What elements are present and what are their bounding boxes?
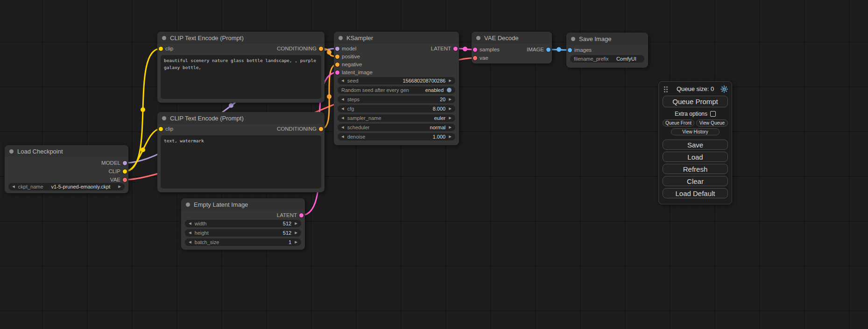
- link-midpoint-dot: [141, 147, 145, 152]
- output-slot-latent[interactable]: LATENT: [181, 212, 305, 218]
- widget-width[interactable]: ◀ width 512 ▶: [185, 220, 301, 227]
- node-title-bar[interactable]: CLIP Text Encode (Prompt): [157, 112, 325, 124]
- widget-sampler-name[interactable]: ◀ sampler_name euler ▶: [338, 114, 455, 122]
- node-collapse-dot[interactable]: [162, 36, 166, 40]
- output-slot-image[interactable]: IMAGE: [472, 46, 552, 53]
- node-ksampler[interactable]: KSampler model LATENT positive negative …: [334, 32, 459, 145]
- node-collapse-dot[interactable]: [9, 149, 14, 154]
- increment-arrow-icon[interactable]: ▶: [118, 183, 121, 190]
- decrement-arrow-icon[interactable]: ◀: [341, 124, 344, 131]
- input-slot-vae[interactable]: vae: [472, 55, 552, 61]
- node-title-bar[interactable]: Save Image: [566, 33, 648, 45]
- seed-toggle-dot[interactable]: [447, 88, 452, 92]
- widget-height[interactable]: ◀ height 512 ▶: [185, 229, 301, 237]
- output-slot-latent[interactable]: LATENT: [334, 45, 459, 52]
- input-slot-negative[interactable]: negative: [334, 61, 459, 68]
- input-slot-latent-image[interactable]: latent_image: [334, 69, 459, 76]
- node-collapse-dot[interactable]: [186, 203, 190, 207]
- node-load-checkpoint[interactable]: Load Checkpoint MODEL CLIP VAE ◀ ckpt_na…: [5, 145, 128, 193]
- increment-arrow-icon[interactable]: ▶: [449, 124, 452, 131]
- decrement-arrow-icon[interactable]: ◀: [341, 96, 344, 103]
- increment-arrow-icon[interactable]: ▶: [449, 114, 452, 122]
- increment-arrow-icon[interactable]: ▶: [295, 229, 297, 237]
- node-collapse-dot[interactable]: [162, 116, 166, 120]
- decrement-arrow-icon[interactable]: ◀: [341, 105, 344, 112]
- view-history-button[interactable]: View History: [671, 128, 720, 135]
- widget-seed[interactable]: ◀ seed 156680208700286 ▶: [338, 77, 455, 84]
- output-slot-model[interactable]: MODEL: [5, 160, 128, 166]
- clear-button[interactable]: Clear: [663, 176, 728, 186]
- decrement-arrow-icon[interactable]: ◀: [189, 229, 191, 237]
- node-title-bar[interactable]: Load Checkpoint: [5, 145, 128, 157]
- output-slot-conditioning[interactable]: CONDITIONING: [157, 45, 325, 52]
- increment-arrow-icon[interactable]: ▶: [449, 133, 452, 140]
- node-save-image[interactable]: Save Image images filename_prefix ComfyU…: [566, 33, 648, 68]
- input-slot-positive[interactable]: positive: [334, 53, 459, 60]
- clip-output-dot[interactable]: [123, 169, 127, 174]
- widget-label: seed: [347, 78, 359, 84]
- widget-label: steps: [347, 97, 360, 102]
- increment-arrow-icon[interactable]: ▶: [449, 96, 452, 103]
- latent-output-dot[interactable]: [453, 47, 458, 51]
- widget-ckpt-name[interactable]: ◀ ckpt_name v1-5-pruned-emaonly.ckpt ▶: [8, 183, 125, 190]
- load-default-button[interactable]: Load Default: [663, 188, 728, 198]
- widget-denoise[interactable]: ◀ denoise 1.000 ▶: [338, 133, 455, 140]
- load-button[interactable]: Load: [663, 152, 728, 162]
- node-title-bar[interactable]: KSampler: [334, 32, 459, 44]
- latent-output-dot[interactable]: [299, 213, 303, 217]
- negative-prompt-textarea[interactable]: text, watermark: [161, 135, 321, 189]
- increment-arrow-icon[interactable]: ▶: [295, 220, 297, 227]
- node-clip-text-encode-negative[interactable]: CLIP Text Encode (Prompt) clip CONDITION…: [157, 112, 325, 192]
- conditioning-output-dot[interactable]: [319, 127, 323, 131]
- image-output-dot[interactable]: [546, 48, 550, 52]
- widget-batch-size[interactable]: ◀ batch_size 1 ▶: [185, 238, 301, 246]
- refresh-button[interactable]: Refresh: [663, 164, 728, 174]
- node-title-bar[interactable]: Empty Latent Image: [181, 198, 305, 210]
- widget-random-seed[interactable]: Random seed after every gen enabled: [338, 86, 455, 94]
- decrement-arrow-icon[interactable]: ◀: [189, 238, 191, 246]
- node-title-bar[interactable]: VAE Decode: [472, 32, 552, 44]
- positive-input-dot[interactable]: [335, 55, 339, 59]
- widget-scheduler[interactable]: ◀ scheduler normal ▶: [338, 124, 455, 131]
- output-slot-clip[interactable]: CLIP: [5, 168, 128, 175]
- queue-prompt-button[interactable]: Queue Prompt: [663, 96, 728, 107]
- workflow-actions-group: Save Load Refresh Clear Load Default: [663, 140, 728, 198]
- conditioning-output-dot[interactable]: [319, 47, 323, 51]
- output-label: IMAGE: [527, 47, 544, 52]
- decrement-arrow-icon[interactable]: ◀: [12, 183, 15, 190]
- widget-label: cfg: [347, 106, 354, 112]
- increment-arrow-icon[interactable]: ▶: [295, 238, 297, 246]
- input-slot-images[interactable]: images: [566, 47, 648, 53]
- queue-front-button[interactable]: Queue Front: [663, 119, 694, 126]
- widget-steps[interactable]: ◀ steps 20 ▶: [338, 96, 455, 103]
- node-clip-text-encode-positive[interactable]: CLIP Text Encode (Prompt) clip CONDITION…: [157, 32, 325, 103]
- drag-handle-icon[interactable]: [664, 86, 665, 88]
- decrement-arrow-icon[interactable]: ◀: [341, 114, 344, 122]
- node-vae-decode[interactable]: VAE Decode samples IMAGE vae: [472, 32, 552, 63]
- node-empty-latent-image[interactable]: Empty Latent Image LATENT ◀ width 512 ▶ …: [181, 198, 305, 250]
- output-slot-conditioning[interactable]: CONDITIONING: [157, 126, 325, 132]
- output-slot-vae[interactable]: VAE: [5, 176, 128, 183]
- increment-arrow-icon[interactable]: ▶: [449, 105, 452, 112]
- extra-options-checkbox[interactable]: [710, 111, 716, 117]
- node-collapse-dot[interactable]: [339, 36, 343, 40]
- latent-image-input-dot[interactable]: [335, 70, 339, 75]
- save-button[interactable]: Save: [663, 140, 728, 150]
- increment-arrow-icon[interactable]: ▶: [449, 77, 452, 84]
- vae-input-dot[interactable]: [473, 56, 477, 60]
- decrement-arrow-icon[interactable]: ◀: [189, 220, 191, 227]
- settings-gear-icon[interactable]: [720, 85, 728, 93]
- model-output-dot[interactable]: [123, 161, 127, 165]
- vae-output-dot[interactable]: [123, 178, 127, 182]
- node-title-bar[interactable]: CLIP Text Encode (Prompt): [157, 32, 325, 44]
- decrement-arrow-icon[interactable]: ◀: [341, 133, 344, 140]
- decrement-arrow-icon[interactable]: ◀: [341, 77, 344, 84]
- node-collapse-dot[interactable]: [476, 36, 480, 40]
- positive-prompt-textarea[interactable]: beautiful scenery nature glass bottle la…: [161, 55, 321, 99]
- view-queue-button[interactable]: View Queue: [696, 119, 728, 126]
- images-input-dot[interactable]: [568, 48, 572, 52]
- widget-filename-prefix[interactable]: filename_prefix ComfyUI: [570, 55, 644, 63]
- widget-cfg[interactable]: ◀ cfg 8.000 ▶: [338, 105, 455, 112]
- node-collapse-dot[interactable]: [571, 37, 575, 41]
- negative-input-dot[interactable]: [335, 63, 339, 67]
